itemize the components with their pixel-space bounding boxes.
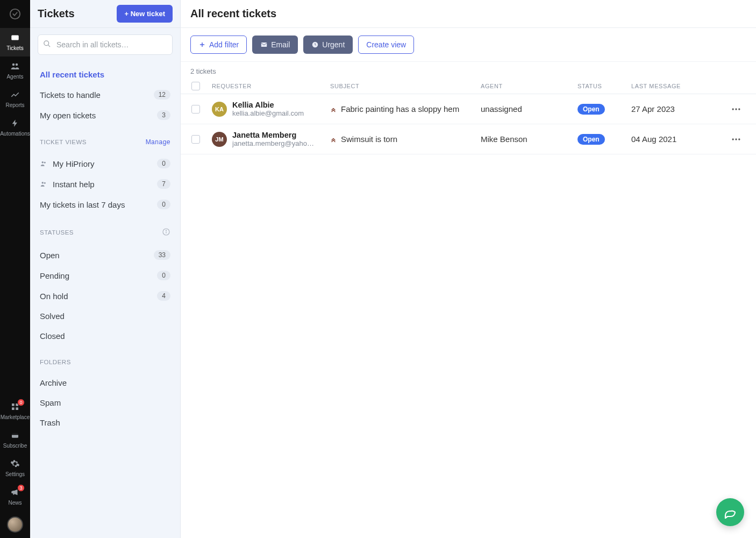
count-badge: 3 xyxy=(157,110,170,120)
requester-name: Janetta Memberg xyxy=(232,131,314,139)
sidebar-item[interactable]: Open33 xyxy=(30,245,180,265)
urgent-icon xyxy=(311,41,319,48)
sidebar-item-label: All recent tickets xyxy=(40,70,104,79)
rail-item-settings[interactable]: Settings xyxy=(0,454,30,483)
sidebar-item[interactable]: Tickets to handle12 xyxy=(30,84,180,105)
last-message-date: 04 Aug 2021 xyxy=(631,134,723,144)
col-requester: REQUESTER xyxy=(212,83,330,89)
filter-chip-urgent[interactable]: Urgent xyxy=(303,36,353,54)
email-icon xyxy=(260,41,268,48)
sidebar-item[interactable]: My HiPriory0 xyxy=(30,153,180,174)
col-subject: SUBJECT xyxy=(330,83,481,89)
svg-rect-9 xyxy=(12,434,18,435)
people-icon xyxy=(40,160,47,167)
filter-chip-email[interactable]: Email xyxy=(252,36,298,54)
rail-item-news[interactable]: 3 News xyxy=(0,483,30,511)
select-all-checkbox[interactable] xyxy=(191,82,200,90)
sidebar-item[interactable]: Instant help7 xyxy=(30,174,180,194)
table-row[interactable]: JMJanetta Membergjanetta.memberg@yaho…Sw… xyxy=(181,124,756,154)
count-badge: 33 xyxy=(154,250,170,260)
svg-rect-6 xyxy=(12,407,15,410)
svg-point-23 xyxy=(732,108,734,110)
svg-point-12 xyxy=(42,161,44,164)
priority-icon xyxy=(330,136,337,143)
app-rail: Tickets Agents Reports Automations 0 Mar… xyxy=(0,0,30,538)
status-badge: Open xyxy=(577,134,605,145)
sidebar-item[interactable]: Pending0 xyxy=(30,265,180,286)
table-row[interactable]: KAKellia Albiekellia.albie@gmail.comFabr… xyxy=(181,94,756,124)
sidebar-item-label: My tickets in last 7 days xyxy=(40,200,125,209)
info-icon[interactable] xyxy=(162,228,170,237)
sidebar-item[interactable]: Spam xyxy=(30,393,180,413)
agents-icon xyxy=(10,61,20,72)
new-ticket-button[interactable]: + New ticket xyxy=(117,5,173,23)
svg-point-14 xyxy=(42,182,44,184)
sidebar-item[interactable]: All recent tickets xyxy=(30,65,180,84)
svg-point-2 xyxy=(12,63,15,66)
sidebar-item-label: Trash xyxy=(40,418,60,427)
result-count: 2 tickets xyxy=(181,62,756,79)
views-section-header: TICKET VIEWS xyxy=(40,139,87,145)
requester-avatar: KA xyxy=(212,102,227,117)
sidebar-item[interactable]: Archive xyxy=(30,373,180,393)
count-badge: 0 xyxy=(157,159,170,168)
sidebar-item[interactable]: Solved xyxy=(30,306,180,326)
svg-rect-1 xyxy=(11,36,19,40)
gear-icon xyxy=(10,458,20,469)
sidebar-item[interactable]: Closed xyxy=(30,326,180,346)
svg-point-26 xyxy=(732,138,734,140)
chat-fab[interactable] xyxy=(716,498,744,526)
manage-views-link[interactable]: Manage xyxy=(146,138,170,146)
rail-label: Automations xyxy=(0,131,30,137)
user-avatar[interactable] xyxy=(7,516,23,533)
count-badge: 0 xyxy=(157,200,170,209)
svg-rect-4 xyxy=(12,404,15,406)
row-checkbox[interactable] xyxy=(191,135,200,144)
col-status: STATUS xyxy=(577,83,631,89)
svg-point-18 xyxy=(166,230,166,231)
rail-item-marketplace[interactable]: 0 Marketplace xyxy=(0,397,30,426)
add-filter-button[interactable]: Add filter xyxy=(190,36,247,54)
rail-item-agents[interactable]: Agents xyxy=(0,56,30,85)
ticket-sidebar: Tickets + New ticket All recent ticketsT… xyxy=(30,0,181,538)
folders-section-header: FOLDERS xyxy=(40,359,71,365)
row-actions-button[interactable] xyxy=(723,104,750,115)
sidebar-item-label: Spam xyxy=(40,398,61,407)
sidebar-item[interactable]: Trash xyxy=(30,413,180,433)
plus-icon xyxy=(198,41,206,48)
create-view-button[interactable]: Create view xyxy=(358,36,414,54)
svg-point-28 xyxy=(738,138,740,140)
svg-rect-21 xyxy=(261,43,267,47)
reports-icon xyxy=(10,89,20,100)
row-checkbox[interactable] xyxy=(191,105,200,114)
rail-label: Settings xyxy=(5,471,25,477)
sidebar-item[interactable]: My open tickets3 xyxy=(30,105,180,125)
svg-point-10 xyxy=(44,41,49,46)
sidebar-item[interactable]: On hold4 xyxy=(30,286,180,306)
sidebar-item-label: Closed xyxy=(40,331,65,341)
rail-item-subscribe[interactable]: Subscribe xyxy=(0,426,30,454)
rail-item-tickets[interactable]: Tickets xyxy=(0,28,30,56)
sidebar-item-label: My open tickets xyxy=(40,111,96,120)
svg-point-24 xyxy=(735,108,737,110)
automation-icon xyxy=(10,118,20,129)
app-logo[interactable] xyxy=(0,0,30,28)
search-input[interactable] xyxy=(38,34,173,55)
ticket-icon xyxy=(10,32,20,43)
sidebar-item-label: Open xyxy=(40,251,60,260)
row-actions-button[interactable] xyxy=(723,134,750,145)
col-agent: AGENT xyxy=(481,83,577,89)
rail-item-reports[interactable]: Reports xyxy=(0,85,30,114)
requester-name: Kellia Albie xyxy=(232,101,304,109)
subject-text: Swimsuit is torn xyxy=(341,134,397,144)
search-icon xyxy=(43,40,51,49)
svg-point-3 xyxy=(16,63,18,66)
rail-label: News xyxy=(8,500,22,506)
rail-label: Tickets xyxy=(6,45,23,51)
count-badge: 4 xyxy=(157,291,170,301)
sidebar-item[interactable]: My tickets in last 7 days0 xyxy=(30,194,180,215)
statuses-section-header: STATUSES xyxy=(40,229,74,236)
sidebar-item-label: Instant help xyxy=(53,180,95,189)
svg-point-13 xyxy=(44,162,46,164)
rail-item-automations[interactable]: Automations xyxy=(0,114,30,142)
